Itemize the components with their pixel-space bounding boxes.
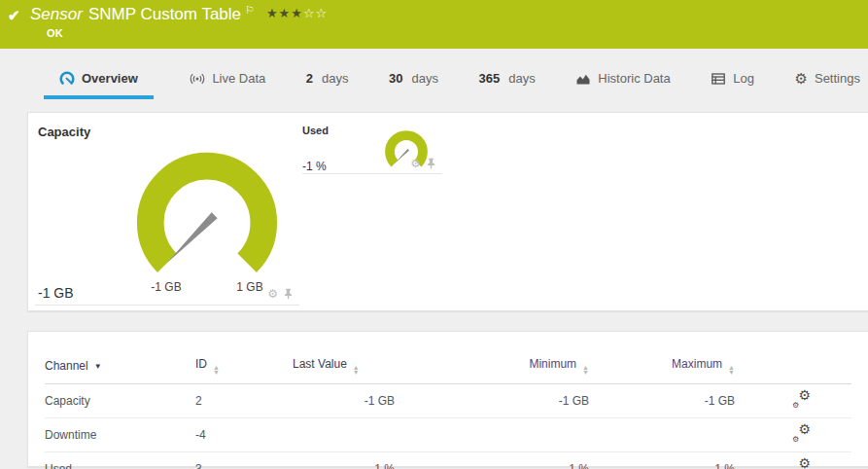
pin-icon[interactable] xyxy=(283,288,294,300)
gauge-controls: ⚙ xyxy=(267,288,294,300)
tab-2-days[interactable]: 2 days xyxy=(302,57,353,99)
gauge-settings-gear-icon[interactable]: ⚙ xyxy=(267,288,278,300)
live-data-icon xyxy=(190,71,205,87)
cell-maximum xyxy=(589,418,735,452)
gauge-value-capacity: -1 GB xyxy=(38,285,74,301)
tab-number: 2 xyxy=(306,71,313,86)
tab-word: days xyxy=(508,71,535,86)
cell-id: 2 xyxy=(195,384,293,418)
log-icon xyxy=(711,71,726,87)
gauge-title-used: Used xyxy=(302,125,329,136)
status-badge: OK xyxy=(47,27,63,39)
column-label: Last Value xyxy=(293,357,347,371)
prtg-sensor-page: ✔ SensorSNMP Custom Table⚐★★★☆☆ OK Overv… xyxy=(0,0,868,469)
cell-channel: Capacity xyxy=(45,384,195,418)
gear-icon: ⚙ xyxy=(795,71,808,86)
flag-icon[interactable]: ⚐ xyxy=(245,4,255,16)
gauge-min-label: -1 GB xyxy=(135,280,197,294)
column-header-actions xyxy=(735,349,851,384)
column-header-last-value[interactable]: Last Value▲▼ xyxy=(293,349,395,384)
channel-settings-icon[interactable]: ⚙⚙ xyxy=(791,425,811,442)
gauges-panel: Capacity -1 GB 1 GB -1 GB ⚙ Used -1 % xyxy=(27,112,868,311)
tab-bar: Overview Live Data 2 days 30 days 365 da… xyxy=(0,57,868,99)
channel-table-panel: Channel▼ ID▲▼ Last Value▲▼ Minimum▲▼ Max… xyxy=(27,331,868,467)
cell-last-value: -1 % xyxy=(293,452,395,469)
cell-last-value: -1 GB xyxy=(293,384,395,418)
column-label: Channel xyxy=(45,359,88,373)
cell-minimum: -1 GB xyxy=(395,384,589,418)
table-header-row: Channel▼ ID▲▼ Last Value▲▼ Minimum▲▼ Max… xyxy=(45,349,851,384)
tab-number: 365 xyxy=(479,71,501,86)
cell-minimum xyxy=(395,418,589,452)
cell-actions: ⚙⚙ xyxy=(735,418,851,452)
cell-maximum: -1 % xyxy=(589,452,735,469)
sensor-title: SNMP Custom Table xyxy=(88,5,241,23)
column-header-minimum[interactable]: Minimum▲▼ xyxy=(395,349,589,384)
column-label: ID xyxy=(195,357,207,371)
column-header-maximum[interactable]: Maximum▲▼ xyxy=(589,349,735,384)
gauge-value-used: -1 % xyxy=(302,160,327,173)
cell-last-value xyxy=(293,418,395,452)
pin-icon[interactable] xyxy=(426,158,436,169)
tab-365-days[interactable]: 365 days xyxy=(475,57,539,99)
tab-label: Historic Data xyxy=(598,71,670,86)
cell-minimum: -1 % xyxy=(395,452,589,469)
cell-channel: Downtime xyxy=(45,418,195,452)
table-row-used: Used 3 -1 % -1 % -1 % ⚙⚙ xyxy=(45,452,851,469)
used-gauge-block: Used -1 % ⚙ xyxy=(302,121,438,194)
gauge-title-capacity: Capacity xyxy=(38,125,90,139)
tab-word: days xyxy=(412,71,438,86)
channel-settings-icon[interactable]: ⚙⚙ xyxy=(791,459,811,469)
tab-label: Overview xyxy=(82,71,138,86)
sensor-title-line: SensorSNMP Custom Table⚐★★★☆☆ xyxy=(30,5,328,24)
sort-icon: ▲▼ xyxy=(213,365,220,375)
tab-word: days xyxy=(322,71,348,86)
status-ok-check-icon: ✔ xyxy=(8,7,20,24)
channel-settings-icon[interactable]: ⚙⚙ xyxy=(791,391,811,408)
cell-maximum: -1 GB xyxy=(589,384,735,418)
sensor-type-label: Sensor xyxy=(30,5,83,23)
gauge-controls: ⚙ xyxy=(410,158,436,169)
sort-desc-icon: ▼ xyxy=(94,362,102,371)
tab-live-data[interactable]: Live Data xyxy=(186,57,269,99)
tab-label: Settings xyxy=(815,71,860,86)
cell-id: 3 xyxy=(195,452,293,469)
tab-settings[interactable]: ⚙ Settings xyxy=(791,57,864,99)
tab-historic-data[interactable]: Historic Data xyxy=(572,57,674,99)
column-header-channel[interactable]: Channel▼ xyxy=(45,349,195,384)
sort-icon: ▲▼ xyxy=(353,365,360,375)
cell-actions: ⚙⚙ xyxy=(735,384,851,418)
gauge-icon xyxy=(59,71,75,87)
divider xyxy=(35,305,299,306)
tab-label: Log xyxy=(733,71,754,86)
sort-icon: ▲▼ xyxy=(728,365,735,375)
tab-label: Live Data xyxy=(212,71,265,86)
priority-stars[interactable]: ★★★☆☆ xyxy=(266,6,328,20)
sort-icon: ▲▼ xyxy=(582,365,589,375)
cell-id: -4 xyxy=(195,418,293,452)
cell-channel: Used xyxy=(45,452,195,469)
column-header-id[interactable]: ID▲▼ xyxy=(195,349,293,384)
channel-table: Channel▼ ID▲▼ Last Value▲▼ Minimum▲▼ Max… xyxy=(45,349,851,469)
divider xyxy=(302,173,442,174)
tab-overview[interactable]: Overview xyxy=(44,57,154,99)
capacity-gauge-block: Capacity -1 GB 1 GB -1 GB ⚙ xyxy=(35,123,299,303)
sensor-header: ✔ SensorSNMP Custom Table⚐★★★☆☆ OK xyxy=(0,0,868,49)
tab-log[interactable]: Log xyxy=(707,57,758,99)
stars-empty: ☆☆ xyxy=(303,6,328,20)
tab-number: 30 xyxy=(389,71,402,86)
capacity-gauge xyxy=(130,146,284,300)
area-chart-icon xyxy=(575,71,591,87)
table-row-downtime: Downtime -4 ⚙⚙ xyxy=(45,418,851,452)
column-label: Minimum xyxy=(529,357,576,371)
gauge-settings-gear-icon[interactable]: ⚙ xyxy=(410,158,421,169)
column-label: Maximum xyxy=(672,357,722,371)
stars-filled: ★★★ xyxy=(266,6,303,20)
cell-actions: ⚙⚙ xyxy=(735,452,851,469)
tab-30-days[interactable]: 30 days xyxy=(385,57,442,99)
table-row-capacity: Capacity 2 -1 GB -1 GB -1 GB ⚙⚙ xyxy=(45,384,851,418)
